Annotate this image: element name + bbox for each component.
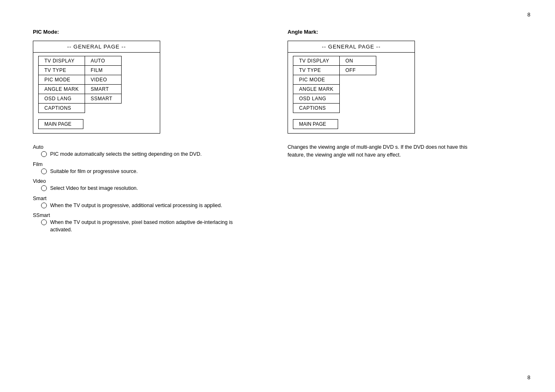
right-menu-main-page: MAIN PAGE: [293, 119, 338, 129]
left-menu-item-osd-lang: OSD LANG: [38, 94, 85, 104]
right-menu-item-captions: CAPTIONS: [293, 103, 340, 113]
left-menu-option-ssmart: SSMART: [85, 94, 122, 104]
page-number-top: 8: [527, 12, 530, 18]
right-menu-item-tv-display: TV DISPLAY: [293, 56, 340, 66]
desc-text-film: Suitable for film or progressive source.: [50, 168, 138, 175]
right-menu-item-angle-mark: ANGLE MARK: [293, 84, 340, 94]
left-menu-option-film: FILM: [85, 65, 122, 75]
left-menu-item-captions: CAPTIONS: [38, 103, 85, 113]
bullet-film: [41, 168, 47, 174]
right-menu-option-off: OFF: [339, 65, 376, 75]
right-menu-footer: MAIN PAGE: [288, 116, 415, 133]
right-menu-item-pic-mode: PIC MODE: [293, 75, 340, 85]
bullet-smart: [41, 203, 47, 208]
left-menu-body: TV DISPLAY TV TYPE PIC MODE ANGLE MARK O…: [33, 53, 160, 116]
right-menu-col-right: ON OFF: [339, 56, 376, 113]
desc-term-video: Video: [33, 178, 255, 184]
left-menu-col-left: TV DISPLAY TV TYPE PIC MODE ANGLE MARK O…: [38, 56, 85, 113]
left-section: PIC Mode: -- GENERAL PAGE -- TV DISPLAY …: [33, 29, 255, 235]
right-menu-item-osd-lang: OSD LANG: [293, 94, 340, 104]
left-menu-footer: MAIN PAGE: [33, 116, 160, 133]
desc-text-video: Select Video for best image resolution.: [50, 185, 138, 192]
left-menu-header: -- GENERAL PAGE --: [33, 41, 160, 53]
desc-term-smart: Smart: [33, 196, 255, 201]
desc-text-auto: PIC mode automatically selects the setti…: [50, 151, 202, 158]
right-section: Angle Mark: -- GENERAL PAGE -- TV DISPLA…: [271, 29, 493, 235]
desc-text-ssmart: When the TV output is progressive, pixel…: [50, 219, 255, 233]
desc-term-auto: Auto: [33, 144, 255, 150]
left-menu-option-video: VIDEO: [85, 75, 122, 85]
desc-term-ssmart: SSmart: [33, 212, 255, 218]
bullet-video: [41, 185, 47, 191]
desc-item-auto: PIC mode automatically selects the setti…: [41, 151, 255, 158]
desc-term-film: Film: [33, 161, 255, 167]
left-menu-item-pic-mode: PIC MODE: [38, 75, 85, 85]
desc-item-smart: When the TV output is progressive, addit…: [41, 202, 255, 210]
desc-item-ssmart: When the TV output is progressive, pixel…: [41, 219, 255, 233]
left-menu-col-right: AUTO FILM VIDEO SMART SSMART: [85, 56, 122, 113]
right-section-title: Angle Mark:: [288, 29, 493, 35]
desc-item-film: Suitable for film or progressive source.: [41, 168, 255, 175]
left-section-title: PIC Mode:: [33, 29, 255, 35]
left-menu-item-tv-type: TV TYPE: [38, 65, 85, 75]
right-menu-header: -- GENERAL PAGE --: [288, 41, 415, 53]
right-menu-col-left: TV DISPLAY TV TYPE PIC MODE ANGLE MARK O…: [293, 56, 340, 113]
left-menu-box: -- GENERAL PAGE -- TV DISPLAY TV TYPE PI…: [33, 41, 160, 134]
right-menu-body: TV DISPLAY TV TYPE PIC MODE ANGLE MARK O…: [288, 53, 415, 116]
bullet-ssmart: [41, 219, 47, 225]
left-menu-main-page: MAIN PAGE: [38, 119, 83, 129]
left-descriptions: Auto PIC mode automatically selects the …: [33, 144, 255, 233]
left-menu-item-angle-mark: ANGLE MARK: [38, 84, 85, 94]
right-menu-option-on: ON: [339, 56, 376, 66]
left-menu-item-tv-display: TV DISPLAY: [38, 56, 85, 66]
page-number-bottom: 8: [527, 374, 530, 380]
bullet-auto: [41, 151, 47, 157]
desc-text-smart: When the TV output is progressive, addit…: [50, 202, 222, 210]
right-menu-item-tv-type: TV TYPE: [293, 65, 340, 75]
right-menu-box: -- GENERAL PAGE -- TV DISPLAY TV TYPE PI…: [288, 41, 415, 134]
left-menu-option-smart: SMART: [85, 84, 122, 94]
left-menu-option-auto: AUTO: [85, 56, 122, 66]
desc-item-video: Select Video for best image resolution.: [41, 185, 255, 192]
angle-mark-description: Changes the viewing angle of multi-angle…: [288, 143, 468, 159]
